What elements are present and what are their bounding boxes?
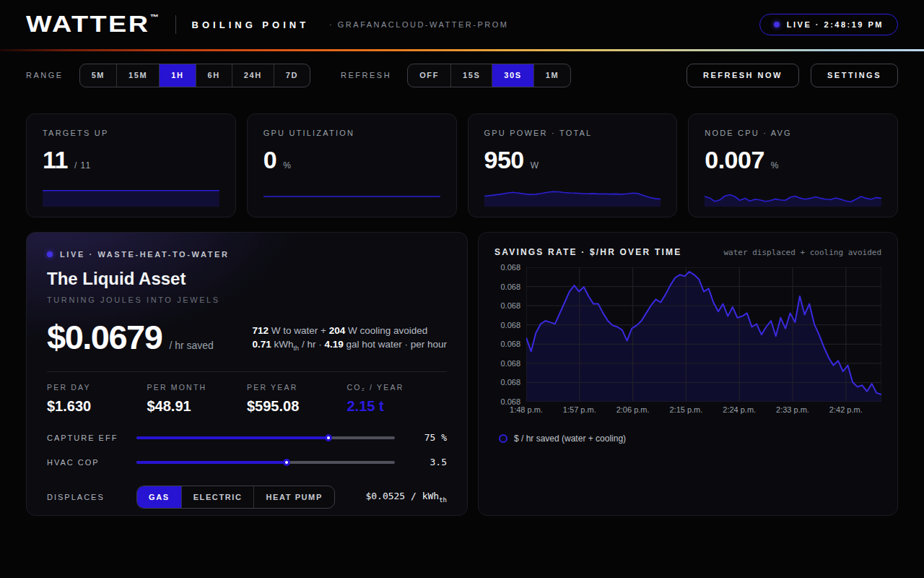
range-label: RANGE xyxy=(26,71,64,79)
stat-card-label: GPU POWER · TOTAL xyxy=(484,129,661,137)
savings-rate-value: $0.0679 xyxy=(47,320,162,354)
y-tick-label: 0.068 xyxy=(500,301,520,310)
hvac-cop-slider-row: HVAC COP 3.5 xyxy=(47,457,447,467)
liquid-asset-panel: LIVE · WASTE-HEAT-TO-WATER The Liquid As… xyxy=(26,232,468,516)
slider-thumb[interactable] xyxy=(325,434,332,441)
settings-button[interactable]: SETTINGS xyxy=(811,64,898,87)
x-tick-label: 1:48 p.m. xyxy=(510,405,543,414)
app-header: WATTER™ BOILING POINT · GRAFANACLOUD-WAT… xyxy=(0,0,924,49)
segment-5m[interactable]: 5M xyxy=(80,64,116,87)
capture-eff-value: 75 % xyxy=(405,432,447,443)
stat-cards-row: TARGETS UP 11 / 11 GPU UTILIZATION 0 % G… xyxy=(26,113,898,217)
legend-series-icon xyxy=(499,434,507,443)
capture-eff-label: CAPTURE EFF xyxy=(47,434,136,442)
refresh-segmented-control: OFF15S30S1M xyxy=(407,64,571,87)
chart-note: water displaced + cooling avoided xyxy=(723,248,881,257)
segment-6h[interactable]: 6H xyxy=(196,64,232,87)
x-tick-label: 2:42 p.m. xyxy=(829,405,863,414)
dashboard-title: BOILING POINT xyxy=(192,20,310,30)
datasource-label: · GRAFANACLOUD-WATTER-PROM xyxy=(329,20,508,29)
stat-card-label: GPU UTILIZATION xyxy=(263,129,440,137)
refresh-label: REFRESH xyxy=(341,71,391,79)
capture-eff-slider[interactable] xyxy=(136,436,395,439)
y-tick-label: 0.068 xyxy=(500,282,520,291)
stat-card-value: 0.007 xyxy=(705,146,764,174)
y-tick-label: 0.068 xyxy=(500,359,520,368)
y-tick-label: 0.068 xyxy=(500,263,520,272)
segment-15s[interactable]: 15S xyxy=(450,64,492,87)
live-dot-icon xyxy=(774,22,780,27)
hvac-cop-slider[interactable] xyxy=(136,461,395,464)
sliders-section: CAPTURE EFF 75 % HVAC COP 3.5 xyxy=(47,432,447,467)
segment-30s[interactable]: 30S xyxy=(492,64,533,87)
x-tick-label: 2:15 p.m. xyxy=(669,405,702,414)
chart-legend[interactable]: $ / hr saved (water + cooling) xyxy=(499,434,881,444)
stat-card-unit: % xyxy=(771,160,780,171)
stat-card-label: TARGETS UP xyxy=(43,129,219,137)
savings-detail-text: 712 W to water + 204 W cooling avoided 0… xyxy=(253,324,447,355)
refresh-now-button[interactable]: REFRESH NOW xyxy=(687,64,799,87)
stat-card-unit: / 11 xyxy=(74,160,91,171)
thermal-gradient-divider xyxy=(0,49,924,51)
sparkline-chart xyxy=(43,186,219,207)
segment-1m[interactable]: 1M xyxy=(533,64,570,87)
stat-card-value: 950 xyxy=(484,146,524,174)
stat-card-value: 0 xyxy=(263,146,276,174)
segment-24h[interactable]: 24H xyxy=(232,64,274,87)
segment-electric[interactable]: ELECTRIC xyxy=(181,486,254,508)
y-axis-labels: 0.0680.0680.0680.0680.0680.0680.0680.068 xyxy=(494,267,526,402)
segment-7d[interactable]: 7D xyxy=(274,64,310,87)
stat-card-node-cpu: NODE CPU · AVG 0.007 % xyxy=(688,113,898,217)
live-clock-text: LIVE · 2:48:19 PM xyxy=(787,20,884,29)
chart-title: SAVINGS RATE · $/HR OVER TIME xyxy=(494,247,681,257)
segment-off[interactable]: OFF xyxy=(408,64,450,87)
displaces-segmented-control: GASELECTRICHEAT PUMP xyxy=(136,486,335,509)
live-waste-heat-label: LIVE · WASTE-HEAT-TO-WATER xyxy=(60,250,229,259)
header-divider xyxy=(175,15,176,34)
stat-card-value: 11 xyxy=(43,146,68,174)
x-tick-label: 1:57 p.m. xyxy=(563,405,596,414)
displaces-row: DISPLACES GASELECTRICHEAT PUMP $0.0525 /… xyxy=(47,486,447,509)
stat-card-unit: W xyxy=(531,160,539,171)
toolbar: RANGE 5M15M1H6H24H7D REFRESH OFF15S30S1M… xyxy=(26,63,898,87)
stat-per-day: PER DAY $1.630 xyxy=(47,383,147,415)
hvac-cop-value: 3.5 xyxy=(405,457,447,467)
chart-plot-area[interactable] xyxy=(526,267,881,402)
stat-card-targets-up: TARGETS UP 11 / 11 xyxy=(26,113,236,217)
stat-per-month: PER MONTH $48.91 xyxy=(147,383,248,415)
stat-card-gpu-utilization: GPU UTILIZATION 0 % xyxy=(247,113,457,217)
segment-15m[interactable]: 15M xyxy=(116,64,159,87)
savings-stats-row: PER DAY $1.630 PER MONTH $48.91 PER YEAR… xyxy=(47,371,447,415)
y-tick-label: 0.068 xyxy=(500,321,520,329)
x-axis-labels: 1:48 p.m.1:57 p.m.2:06 p.m.2:15 p.m.2:24… xyxy=(526,405,881,417)
x-tick-label: 2:24 p.m. xyxy=(723,405,756,414)
live-clock-badge[interactable]: LIVE · 2:48:19 PM xyxy=(759,14,898,35)
thermal-detail-line: 0.71 kWhth / hr · 4.19 gal hot water · p… xyxy=(253,337,447,355)
savings-rate-suffix: / hr saved xyxy=(169,340,213,351)
watts-detail-line: 712 W to water + 204 W cooling avoided xyxy=(253,324,447,337)
segment-1h[interactable]: 1H xyxy=(159,64,195,87)
sparkline-chart xyxy=(484,186,661,207)
panel-title: The Liquid Asset xyxy=(47,269,447,289)
displaces-label: DISPLACES xyxy=(47,493,136,501)
y-tick-label: 0.068 xyxy=(500,378,520,387)
y-tick-label: 0.068 xyxy=(500,340,520,348)
main-content: LIVE · WASTE-HEAT-TO-WATER The Liquid As… xyxy=(26,232,898,516)
slider-thumb[interactable] xyxy=(283,459,290,466)
stat-card-gpu-power: GPU POWER · TOTAL 950 W xyxy=(468,113,678,217)
savings-chart-svg[interactable] xyxy=(526,267,881,402)
sparkline-chart xyxy=(705,186,881,207)
x-tick-label: 2:33 p.m. xyxy=(776,405,809,414)
stat-co2-per-year: CO₂ / YEAR 2.15 t xyxy=(347,383,448,415)
trademark-mark: ™ xyxy=(150,13,159,21)
legend-series-label: $ / hr saved (water + cooling) xyxy=(514,434,626,444)
segment-heat-pump[interactable]: HEAT PUMP xyxy=(253,486,334,508)
range-segmented-control: 5M15M1H6H24H7D xyxy=(79,64,310,87)
x-tick-label: 2:06 p.m. xyxy=(616,405,650,414)
panel-subtitle: TURNING JOULES INTO JEWELS xyxy=(47,296,447,304)
app-logo: WATTER™ xyxy=(26,12,159,38)
stat-card-unit: % xyxy=(283,160,292,171)
displaced-cost-value: $0.0525 / kWhth xyxy=(365,491,447,504)
segment-gas[interactable]: GAS xyxy=(137,486,181,508)
capture-eff-slider-row: CAPTURE EFF 75 % xyxy=(47,432,447,443)
